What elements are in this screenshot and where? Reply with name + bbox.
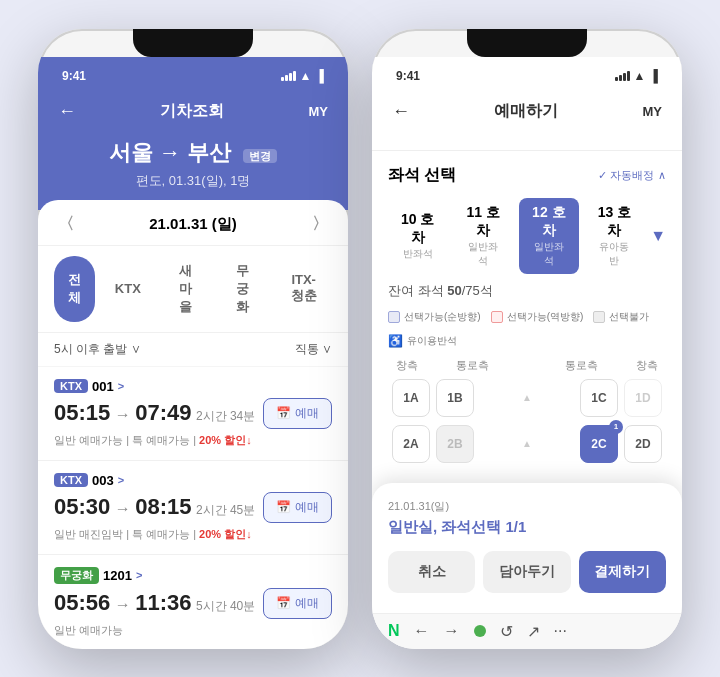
direct-filter[interactable]: 직통 ∨ xyxy=(295,341,332,358)
phone-train-search: 9:41 ▲ ▐ ← 기차조회 MY 서울 → 부산 변경 편도, 01.31(… xyxy=(38,29,348,649)
avail-row-1: 일반 예매가능 | 특 예매가능 | 20% 할인↓ xyxy=(54,433,332,448)
back-button-2[interactable]: ← xyxy=(392,101,410,122)
bottom-buttons: 취소 담아두기 결제하기 xyxy=(388,551,666,593)
train-time-row-3: 05:56 → 11:36 5시간 40분 📅 예매 xyxy=(54,588,332,619)
browser-more-button[interactable]: ··· xyxy=(554,622,567,640)
filter-tab-all[interactable]: 전체 xyxy=(54,256,95,322)
status-time: 9:41 xyxy=(62,69,86,83)
seat-2d[interactable]: 2D xyxy=(624,425,662,463)
time-filter[interactable]: 5시 이후 출발 ∨ xyxy=(54,341,141,358)
wheelchair-icon: ♿ xyxy=(388,334,403,348)
seat-grid-header: 창측 통로측 통로측 창측 xyxy=(388,358,666,373)
route-subtitle: 편도, 01.31(일), 1명 xyxy=(58,172,328,190)
save-button[interactable]: 담아두기 xyxy=(483,551,570,593)
seat-1c[interactable]: 1C xyxy=(580,379,618,417)
nav-bar-1: ← 기차조회 MY xyxy=(58,101,328,122)
status-icons-2: ▲ ▐ xyxy=(615,69,658,83)
left-seats-2: 2A 2B xyxy=(392,425,474,463)
seats-remaining: 잔여 좌석 50/75석 xyxy=(388,282,666,300)
book-button-1[interactable]: 📅 예매 xyxy=(263,398,332,429)
nav-bar-2: ← 예매하기 MY xyxy=(392,101,662,122)
legend-wheel: ♿ 유이용반석 xyxy=(388,334,457,348)
avail-row-2: 일반 매진임박 | 특 예매가능 | 20% 할인↓ xyxy=(54,527,332,542)
notch xyxy=(133,29,253,57)
pay-button[interactable]: 결제하기 xyxy=(579,551,666,593)
legend-bwd: 선택가능(역방향) xyxy=(491,310,584,324)
phone1-body: 〈 21.01.31 (일) 〉 전체 KTX 새마을 무궁화 ITX-청춘 5… xyxy=(38,200,348,649)
browser-n-icon[interactable]: N xyxy=(388,622,400,640)
seat-badge: 1 xyxy=(609,420,623,434)
phone2-header: ← 예매하기 MY xyxy=(372,91,682,151)
car-tab-13[interactable]: 13 호차 유아동반 xyxy=(585,198,645,274)
book-button-2[interactable]: 📅 예매 xyxy=(263,492,332,523)
signal-icon xyxy=(281,71,296,81)
browser-back-button[interactable]: ← xyxy=(414,622,430,640)
seat-count: 1/1 xyxy=(506,518,527,535)
phone1-header: ← 기차조회 MY 서울 → 부산 변경 편도, 01.31(일), 1명 xyxy=(38,91,348,210)
seat-1d: 1D xyxy=(624,379,662,417)
status-bar-2: 9:41 ▲ ▐ xyxy=(372,57,682,91)
browser-forward-button[interactable]: → xyxy=(444,622,460,640)
my-button[interactable]: MY xyxy=(309,104,329,119)
ktx-badge-2: KTX xyxy=(54,473,88,487)
filter-tab-ktx[interactable]: KTX xyxy=(103,256,153,322)
change-badge[interactable]: 변경 xyxy=(243,149,277,163)
calendar-icon-3: 📅 xyxy=(276,596,291,610)
filter-tab-itx[interactable]: ITX-청춘 xyxy=(275,256,332,322)
train-number-3: 무궁화 1201 > xyxy=(54,567,332,584)
legend-box-unavail xyxy=(593,311,605,323)
legend: 선택가능(순방향) 선택가능(역방향) 선택불가 ♿ 유이용반석 xyxy=(388,310,666,348)
filter-tabs: 전체 KTX 새마을 무궁화 ITX-청춘 xyxy=(38,246,348,333)
signal-icon-2 xyxy=(615,71,630,81)
legend-box-bwd xyxy=(491,311,503,323)
browser-reload-button[interactable]: ↺ xyxy=(500,622,513,641)
phones-container: 9:41 ▲ ▐ ← 기차조회 MY 서울 → 부산 변경 편도, 01.31(… xyxy=(38,29,682,649)
back-button[interactable]: ← xyxy=(58,101,76,122)
notch-2 xyxy=(467,29,587,57)
seat-section: 좌석 선택 ✓ 자동배정 ∧ 10 호차 반좌석 11 호차 일반좌석 xyxy=(372,151,682,471)
route-title: 서울 → 부산 변경 xyxy=(58,138,328,168)
current-date: 21.01.31 (일) xyxy=(149,215,237,234)
mugunghwa-badge: 무궁화 xyxy=(54,567,99,584)
status-time-2: 9:41 xyxy=(396,69,420,83)
status-bar-1: 9:41 ▲ ▐ xyxy=(38,57,348,91)
browser-share-button[interactable]: ↗ xyxy=(527,622,540,641)
train-times-1: 05:15 → 07:49 2시간 34분 xyxy=(54,400,255,426)
seat-1a[interactable]: 1A xyxy=(392,379,430,417)
book-button-3[interactable]: 📅 예매 xyxy=(263,588,332,619)
car-tabs: 10 호차 반좌석 11 호차 일반좌석 12 호차 일반좌석 13 호차 유아… xyxy=(388,198,666,274)
train-number-1: KTX 001 > xyxy=(54,379,332,394)
prev-date-button[interactable]: 〈 xyxy=(58,214,74,235)
my-button-2[interactable]: MY xyxy=(643,104,663,119)
car-tab-more[interactable]: ▼ xyxy=(650,227,666,245)
seat-1b[interactable]: 1B xyxy=(436,379,474,417)
car-tab-11[interactable]: 11 호차 일반좌석 xyxy=(454,198,514,274)
car-tab-10[interactable]: 10 호차 반좌석 xyxy=(388,205,448,267)
cancel-button[interactable]: 취소 xyxy=(388,551,475,593)
filter-tab-saemaeul[interactable]: 새마을 xyxy=(161,256,210,322)
list-item: KTX 001 > 05:15 → 07:49 2시간 34분 📅 xyxy=(38,367,348,461)
train-time-row-2: 05:30 → 08:15 2시간 45분 📅 예매 xyxy=(54,492,332,523)
date-nav: 〈 21.01.31 (일) 〉 xyxy=(38,200,348,246)
aisle-2: ▲ xyxy=(519,438,535,449)
bottom-sheet: 21.01.31(일) 일반실, 좌석선택 1/1 취소 담아두기 결제하기 xyxy=(372,483,682,613)
train-list: KTX 001 > 05:15 → 07:49 2시간 34분 📅 xyxy=(38,367,348,649)
filter-tab-mugunghwa[interactable]: 무궁화 xyxy=(218,256,267,322)
phone-booking: 9:41 ▲ ▐ ← 예매하기 MY 좌석 선택 xyxy=(372,29,682,649)
train-time-row-1: 05:15 → 07:49 2시간 34분 📅 예매 xyxy=(54,398,332,429)
seat-2a[interactable]: 2A xyxy=(392,425,430,463)
right-seats-2: 2C 1 2D xyxy=(580,425,662,463)
bottom-info: 일반실, 좌석선택 1/1 xyxy=(388,518,666,537)
seat-2b: 2B xyxy=(436,425,474,463)
section-title: 좌석 선택 ✓ 자동배정 ∧ xyxy=(388,165,666,186)
seat-2c[interactable]: 2C 1 xyxy=(580,425,618,463)
auto-assign[interactable]: ✓ 자동배정 ∧ xyxy=(598,168,666,183)
aisle-1: ▲ xyxy=(519,392,535,403)
page-title-2: 예매하기 xyxy=(494,101,558,122)
phone2-body: 좌석 선택 ✓ 자동배정 ∧ 10 호차 반좌석 11 호차 일반좌석 xyxy=(372,151,682,649)
ktx-badge: KTX xyxy=(54,379,88,393)
car-tab-12[interactable]: 12 호차 일반좌석 xyxy=(519,198,579,274)
legend-unavail: 선택불가 xyxy=(593,310,649,324)
next-date-button[interactable]: 〉 xyxy=(312,214,328,235)
list-item: KTX 003 > 05:30 → 08:15 2시간 45분 📅 xyxy=(38,461,348,555)
